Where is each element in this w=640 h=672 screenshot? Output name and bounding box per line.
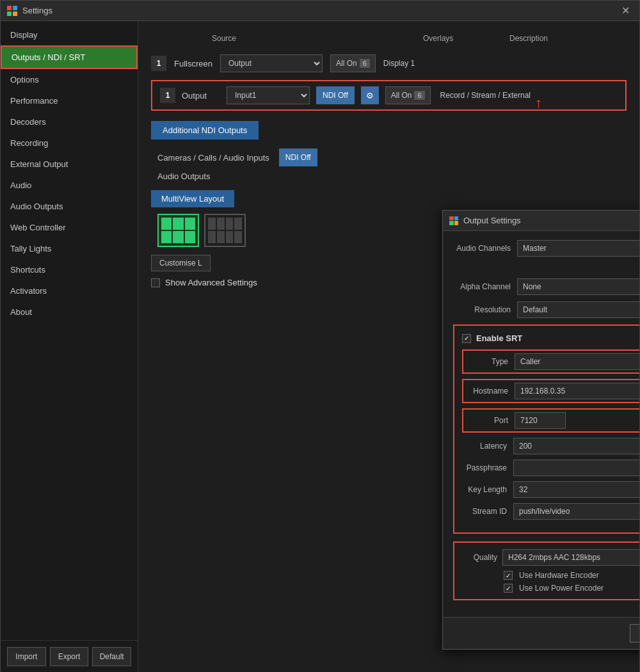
fullscreen-row: 1 Fullscreen Output All On 6 Display 1 xyxy=(151,54,627,72)
srt-key-length-label: Key Length xyxy=(462,485,513,494)
cameras-row: Cameras / Calls / Audio Inputs NDI Off xyxy=(151,148,627,166)
resolution-dropdown[interactable]: Default xyxy=(517,301,639,318)
sidebar-item-performance[interactable]: Performance xyxy=(1,90,138,111)
additional-ndi-button[interactable]: Additional NDI Outputs xyxy=(151,121,259,140)
fullscreen-all-on-button[interactable]: All On 6 xyxy=(330,54,376,72)
sidebar-item-web-controller[interactable]: Web Controller xyxy=(1,217,138,238)
srt-type-wrapper: Type Caller xyxy=(462,349,639,374)
layout-option-1[interactable] xyxy=(157,214,199,247)
output-gear-button[interactable]: ⚙ xyxy=(361,86,379,104)
description-header-label: Description xyxy=(509,34,548,43)
srt-hostname-wrapper: Hostname xyxy=(462,379,639,403)
fullscreen-desc: Display 1 xyxy=(383,59,415,68)
encoder-options: ✓ Use Hardware Encoder ✓ Use Low Power E… xyxy=(462,571,639,593)
sidebar-item-external-output[interactable]: External Output xyxy=(1,154,138,175)
layout-option-2[interactable] xyxy=(204,214,246,247)
window-close-button[interactable]: ✕ xyxy=(618,4,633,17)
srt-hostname-label: Hostname xyxy=(463,387,515,396)
sidebar: Display Outputs / NDI / SRT Options Perf… xyxy=(1,21,138,672)
alpha-channel-dropdown[interactable]: None xyxy=(517,278,639,295)
sidebar-item-options[interactable]: Options xyxy=(1,69,138,90)
sidebar-item-activators[interactable]: Activators xyxy=(1,280,138,301)
srt-stream-id-row: Stream ID xyxy=(462,503,639,520)
low-power-encoder-checkbox[interactable]: ✓ xyxy=(504,584,513,593)
export-button[interactable]: Export xyxy=(50,647,89,666)
source-header-label: Source xyxy=(212,34,236,43)
output-label: Output xyxy=(182,91,220,100)
srt-latency-input[interactable] xyxy=(513,438,639,454)
show-advanced-label: Show Advanced Settings xyxy=(165,278,257,287)
sidebar-item-shortcuts[interactable]: Shortcuts xyxy=(1,259,138,280)
sidebar-item-display[interactable]: Display xyxy=(1,24,138,45)
boost-row: 20 dB Boost xyxy=(453,263,639,272)
output-all-on-button[interactable]: All On 6 xyxy=(385,86,431,104)
srt-latency-row: Latency xyxy=(462,438,639,454)
sidebar-item-audio[interactable]: Audio xyxy=(1,175,138,196)
fullscreen-num-badge: 1 xyxy=(151,56,166,71)
cameras-label: Cameras / Calls / Audio Inputs xyxy=(157,153,269,163)
hardware-encoder-text: Use Hardware Encoder xyxy=(519,571,599,580)
srt-port-input[interactable] xyxy=(515,412,566,429)
srt-passphrase-label: Passphrase xyxy=(462,463,513,472)
quality-label: Quality xyxy=(462,553,497,562)
sidebar-item-audio-outputs[interactable]: Audio Outputs xyxy=(1,196,138,217)
srt-passphrase-row: Passphrase xyxy=(462,460,639,476)
hardware-encoder-label[interactable]: ✓ Use Hardware Encoder xyxy=(504,571,639,580)
audio-outputs-row: Audio Outputs xyxy=(151,172,627,181)
ok-button[interactable]: OK xyxy=(630,624,639,643)
output-settings-dialog: Output Settings ✕ Audio Channels Master xyxy=(442,210,639,650)
srt-stream-id-input[interactable] xyxy=(513,503,639,520)
resolution-label: Resolution xyxy=(453,305,517,314)
app-icon xyxy=(7,6,17,16)
srt-stream-id-label: Stream ID xyxy=(462,507,513,516)
main-content: Source Overlays Description 1 Fullscreen… xyxy=(138,21,639,672)
output-source-dropdown[interactable]: Input1 xyxy=(227,86,310,104)
default-button[interactable]: Default xyxy=(92,647,131,666)
overlays-header-label: Overlays xyxy=(423,34,453,43)
srt-hostname-input[interactable] xyxy=(515,383,639,399)
sidebar-item-outputs-ndi-srt[interactable]: Outputs / NDI / SRT xyxy=(1,45,138,69)
ndi-off-button[interactable]: NDI Off xyxy=(316,86,355,104)
srt-port-wrapper: Port xyxy=(462,408,639,433)
title-bar: Settings ✕ xyxy=(1,1,639,21)
srt-hostname-row: Hostname xyxy=(463,380,639,402)
srt-type-row: Type Caller xyxy=(463,351,639,372)
dialog-app-icon xyxy=(449,216,458,225)
srt-passphrase-input[interactable] xyxy=(513,460,639,476)
fullscreen-label: Fullscreen xyxy=(174,59,212,68)
resolution-row: Resolution Default xyxy=(453,301,639,318)
dialog-footer: OK Cancel xyxy=(443,617,639,649)
import-button[interactable]: Import xyxy=(7,647,46,666)
quality-dropdown[interactable]: H264 2mbps AAC 128kbps xyxy=(502,549,639,566)
quality-section: Quality H264 2mbps AAC 128kbps ⚙ ✓ Use H… xyxy=(453,541,639,600)
window-title: Settings xyxy=(22,6,618,15)
customise-button[interactable]: Customise L xyxy=(151,255,211,271)
quality-row: Quality H264 2mbps AAC 128kbps ⚙ xyxy=(462,549,639,566)
srt-port-label: Port xyxy=(463,416,515,425)
fullscreen-source-dropdown[interactable]: Output xyxy=(220,54,323,72)
cameras-ndi-off-button[interactable]: NDI Off xyxy=(279,148,317,166)
srt-key-length-dropdown[interactable]: 32 xyxy=(513,481,639,498)
srt-latency-label: Latency xyxy=(462,442,513,451)
dialog-body: Audio Channels Master 20 dB Boost xyxy=(443,231,639,617)
app-body: Display Outputs / NDI / SRT Options Perf… xyxy=(1,21,639,672)
audio-channels-dropdown[interactable]: Master xyxy=(517,240,639,257)
show-advanced-checkbox[interactable] xyxy=(151,278,160,287)
sidebar-item-decoders[interactable]: Decoders xyxy=(1,111,138,132)
multiview-layout-button[interactable]: MultiView Layout xyxy=(151,190,234,207)
sidebar-item-tally-lights[interactable]: Tally Lights xyxy=(1,238,138,259)
sidebar-item-about[interactable]: About xyxy=(1,301,138,323)
alpha-channel-row: Alpha Channel None xyxy=(453,278,639,295)
enable-srt-label: Enable SRT xyxy=(476,333,522,343)
enable-srt-checkbox[interactable]: ✓ xyxy=(462,334,471,343)
srt-type-dropdown[interactable]: Caller xyxy=(515,353,639,370)
output-row: 1 Output Input1 NDI Off ⚙ All On 6 Recor… xyxy=(151,80,627,111)
low-power-encoder-label[interactable]: ✓ Use Low Power Encoder xyxy=(504,584,639,593)
output-num-badge: 1 xyxy=(160,88,175,103)
srt-port-row: Port xyxy=(463,410,639,431)
srt-section: ✓ Enable SRT Type Caller xyxy=(453,324,639,534)
hardware-encoder-checkbox[interactable]: ✓ xyxy=(504,571,513,580)
sidebar-item-recording[interactable]: Recording xyxy=(1,132,138,154)
audio-channels-row: Audio Channels Master xyxy=(453,240,639,257)
low-power-encoder-text: Use Low Power Encoder xyxy=(519,584,604,593)
